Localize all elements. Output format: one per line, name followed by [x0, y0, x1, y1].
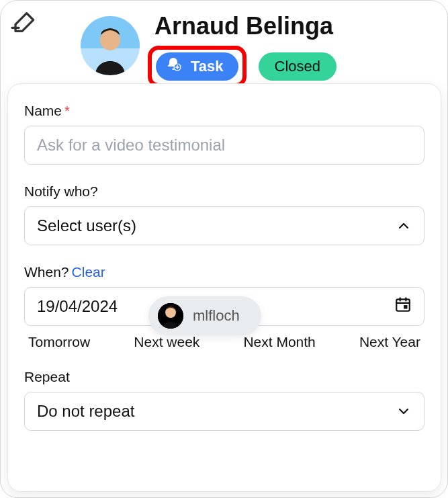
calendar-icon [394, 296, 412, 317]
when-label: When?Clear [24, 264, 424, 280]
svg-point-2 [100, 30, 120, 50]
chevron-down-icon [396, 403, 412, 419]
status-badge-label: Closed [275, 58, 320, 75]
repeat-value: Do not repeat [37, 402, 134, 421]
svg-rect-5 [404, 305, 407, 308]
shortcut-next-week[interactable]: Next week [134, 334, 199, 350]
task-form: Name * Ask for a video testimonial Notif… [7, 83, 441, 492]
user-option-name: mlfloch [193, 307, 240, 325]
task-button[interactable]: Task [156, 52, 238, 81]
contact-name: Arnaud Belinga [154, 12, 333, 40]
svg-rect-4 [396, 299, 410, 310]
repeat-label-text: Repeat [24, 369, 70, 385]
notify-label-text: Notify who? [24, 183, 98, 200]
modal-card: Arnaud Belinga Task Closed [0, 0, 448, 498]
chevron-up-icon [396, 218, 412, 234]
notify-select-text: Select user(s) [37, 216, 136, 235]
status-badge[interactable]: Closed [259, 52, 337, 81]
avatar [81, 16, 140, 75]
highlight-annotation: Task [148, 46, 247, 87]
bell-plus-icon [165, 56, 181, 77]
name-input[interactable]: Ask for a video testimonial [24, 126, 424, 165]
when-label-text: When? [24, 264, 69, 280]
date-shortcuts: Tomorrow Next week Next Month Next Year [24, 334, 424, 350]
required-mark: * [64, 103, 70, 119]
notify-field: Notify who? Select user(s) [24, 183, 424, 245]
name-label: Name * [24, 103, 424, 119]
task-button-label: Task [191, 58, 224, 75]
pill-row: Task Closed [148, 46, 337, 87]
user-option-popover[interactable]: mlfloch [148, 296, 261, 335]
notify-label: Notify who? [24, 183, 424, 200]
user-option-avatar [158, 303, 183, 329]
eraser-icon[interactable] [9, 9, 36, 36]
name-input-placeholder: Ask for a video testimonial [37, 136, 225, 155]
notify-select[interactable]: Select user(s) [24, 206, 424, 245]
clear-link[interactable]: Clear [72, 264, 105, 280]
name-field: Name * Ask for a video testimonial [24, 103, 424, 165]
shortcut-next-month[interactable]: Next Month [243, 334, 315, 350]
name-label-text: Name [24, 103, 62, 119]
repeat-select[interactable]: Do not repeat [24, 392, 424, 431]
repeat-field: Repeat Do not repeat [24, 369, 424, 431]
date-value: 19/04/2024 [37, 297, 118, 316]
shortcut-tomorrow[interactable]: Tomorrow [28, 334, 90, 350]
shortcut-next-year[interactable]: Next Year [359, 334, 420, 350]
repeat-label: Repeat [24, 369, 424, 385]
